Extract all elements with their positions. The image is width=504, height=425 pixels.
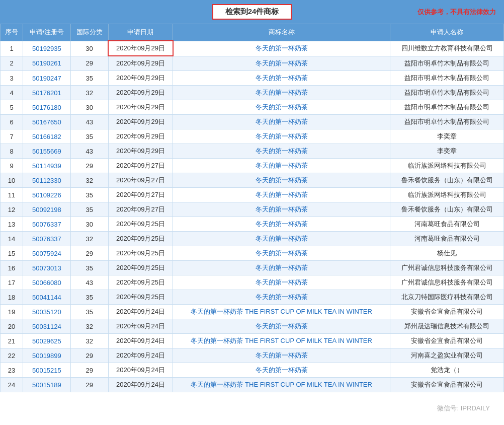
cell-trademark-name[interactable]: 冬天的第一杯奶茶 THE FIRST CUP OF MILK TEA IN WI… [173,378,390,392]
table-row: 2450015189292020年09月24日冬天的第一杯奶茶 THE FIRS… [1,378,504,392]
cell-applicant: 北京刀特国际医疗科技有限公司 [390,290,504,305]
cell-app-no[interactable]: 50167650 [23,115,70,129]
cell-app-no[interactable]: 50114939 [23,159,70,173]
cell-trademark-name[interactable]: 冬天的第一杯奶茶 [173,261,390,275]
cell-app-date: 2020年09月25日 [108,290,173,305]
cell-trademark-name[interactable]: 冬天的第一杯奶茶 [173,100,390,115]
cell-trademark-name[interactable]: 冬天的第一杯奶茶 THE FIRST CUP OF MILK TEA IN WI… [173,305,390,319]
table-row: 650167650432020年09月29日冬天的第一杯奶茶益阳市明卓竹木制品有… [1,115,504,129]
cell-app-date: 2020年09月24日 [108,334,173,348]
cell-app-no[interactable]: 50192935 [23,41,70,56]
cell-app-no[interactable]: 50176201 [23,86,70,100]
cell-app-no[interactable]: 50075924 [23,246,70,261]
cell-seq: 23 [1,363,23,378]
cell-seq: 2 [1,56,23,71]
cell-app-no[interactable]: 50076337 [23,217,70,232]
table-row: 1250092198352020年09月27日冬天的第一杯奶茶鲁禾餐饮服务（山东… [1,202,504,217]
cell-applicant: 鲁禾餐饮服务（山东）有限公司 [390,173,504,188]
cell-app-date: 2020年09月27日 [108,173,173,188]
cell-trademark-name[interactable]: 冬天的第一杯奶茶 [173,290,390,305]
cell-trademark-name[interactable]: 冬天的第一杯奶茶 [173,56,390,71]
cell-app-date: 2020年09月27日 [108,202,173,217]
cell-app-no[interactable]: 50031124 [23,319,70,334]
cell-trademark-name[interactable]: 冬天的第一杯奶茶 [173,217,390,232]
cell-app-no[interactable]: 50035120 [23,305,70,319]
table-row: 350190247352020年09月29日冬天的第一杯奶茶益阳市明卓竹木制品有… [1,71,504,86]
cell-app-date: 2020年09月29日 [108,144,173,159]
cell-app-no[interactable]: 50019899 [23,348,70,363]
cell-trademark-name[interactable]: 冬天的第一杯奶茶 [173,348,390,363]
table-row: 550176180302020年09月29日冬天的第一杯奶茶益阳市明卓竹木制品有… [1,100,504,115]
cell-app-no[interactable]: 50155669 [23,144,70,159]
cell-seq: 20 [1,319,23,334]
cell-app-no[interactable]: 50092198 [23,202,70,217]
cell-app-no[interactable]: 50029625 [23,334,70,348]
cell-app-no[interactable]: 50176180 [23,100,70,115]
cell-app-date: 2020年09月29日 [108,71,173,86]
table-row: 1750066080432020年09月25日冬天的第一杯奶茶广州君诚信息科技服… [1,275,504,290]
cell-seq: 24 [1,378,23,392]
cell-trademark-name[interactable]: 冬天的第一杯奶茶 [173,202,390,217]
cell-app-no[interactable]: 50109226 [23,188,70,202]
cell-seq: 16 [1,261,23,275]
cell-intl-class: 35 [70,71,108,86]
cell-app-date: 2020年09月24日 [108,348,173,363]
cell-applicant: 临沂族派网络科技有限公司 [390,159,504,173]
cell-applicant: 李奕章 [390,144,504,159]
cell-intl-class: 30 [70,100,108,115]
cell-app-date: 2020年09月29日 [108,100,173,115]
cell-trademark-name[interactable]: 冬天的第一杯奶茶 [173,319,390,334]
cell-applicant: 河南喜之盈实业有限公司 [390,348,504,363]
cell-seq: 1 [1,41,23,56]
cell-applicant: 郑州晟达瑞信息技术有限公司 [390,319,504,334]
cell-app-date: 2020年09月24日 [108,305,173,319]
cell-applicant: 李奕章 [390,129,504,144]
cell-app-date: 2020年09月29日 [108,41,173,56]
table-row: 1650073013352020年09月25日冬天的第一杯奶茶广州君诚信息科技服… [1,261,504,275]
cell-intl-class: 32 [70,86,108,100]
cell-app-no[interactable]: 50112330 [23,173,70,188]
cell-trademark-name[interactable]: 冬天的第一杯奶茶 [173,363,390,378]
cell-applicant: 安徽省金宜食品有限公司 [390,378,504,392]
cell-seq: 10 [1,173,23,188]
table-row: 2350015215292020年09月24日冬天的第一杯奶茶党浩龙（） [1,363,504,378]
cell-intl-class: 30 [70,217,108,232]
cell-app-no[interactable]: 50066080 [23,275,70,290]
cell-trademark-name[interactable]: 冬天的第一杯奶茶 [173,41,390,56]
cell-trademark-name[interactable]: 冬天的第一杯奶茶 [173,71,390,86]
cell-app-date: 2020年09月25日 [108,261,173,275]
cell-app-no[interactable]: 50190261 [23,56,70,71]
cell-applicant: 鲁禾餐饮服务（山东）有限公司 [390,202,504,217]
table-row: 450176201322020年09月29日冬天的第一杯奶茶益阳市明卓竹木制品有… [1,86,504,100]
cell-trademark-name[interactable]: 冬天的第一杯奶茶 [173,275,390,290]
cell-applicant: 杨仕见 [390,246,504,261]
cell-seq: 21 [1,334,23,348]
cell-app-no[interactable]: 50015215 [23,363,70,378]
cell-app-no[interactable]: 50190247 [23,71,70,86]
cell-trademark-name[interactable]: 冬天的第一杯奶茶 [173,129,390,144]
cell-trademark-name[interactable]: 冬天的第一杯奶茶 THE FIRST CUP OF MILK TEA IN WI… [173,334,390,348]
cell-trademark-name[interactable]: 冬天的第一杯奶茶 [173,86,390,100]
cell-trademark-name[interactable]: 冬天的第一杯奶茶 [173,232,390,246]
cell-trademark-name[interactable]: 冬天的第一杯奶茶 [173,188,390,202]
cell-app-no[interactable]: 50041144 [23,290,70,305]
cell-trademark-name[interactable]: 冬天的第一杯奶茶 [173,115,390,129]
cell-trademark-name[interactable]: 冬天的第一杯奶茶 [173,159,390,173]
cell-trademark-name[interactable]: 冬天的第一杯奶茶 [173,173,390,188]
cell-app-no[interactable]: 50073013 [23,261,70,275]
cell-applicant: 广州君诚信息科技服务有限公司 [390,275,504,290]
cell-app-no[interactable]: 50076337 [23,232,70,246]
table-row: 150192935302020年09月29日冬天的第一杯奶茶四川维数立方教育科技… [1,41,504,56]
col-header-applicant: 申请人名称 [390,24,504,41]
cell-applicant: 益阳市明卓竹木制品有限公司 [390,100,504,115]
cell-app-no[interactable]: 50166182 [23,129,70,144]
cell-app-no[interactable]: 50015189 [23,378,70,392]
search-result-button: 检索到24件商标 [212,4,292,20]
cell-app-date: 2020年09月29日 [108,115,173,129]
cell-intl-class: 43 [70,115,108,129]
cell-applicant: 益阳市明卓竹木制品有限公司 [390,71,504,86]
table-row: 1350076337302020年09月25日冬天的第一杯奶茶河南葛旺食品有限公… [1,217,504,232]
cell-applicant: 临沂族派网络科技有限公司 [390,188,504,202]
cell-trademark-name[interactable]: 冬天的第一杯奶茶 [173,246,390,261]
cell-trademark-name[interactable]: 冬天的第一杯奶茶 [173,144,390,159]
